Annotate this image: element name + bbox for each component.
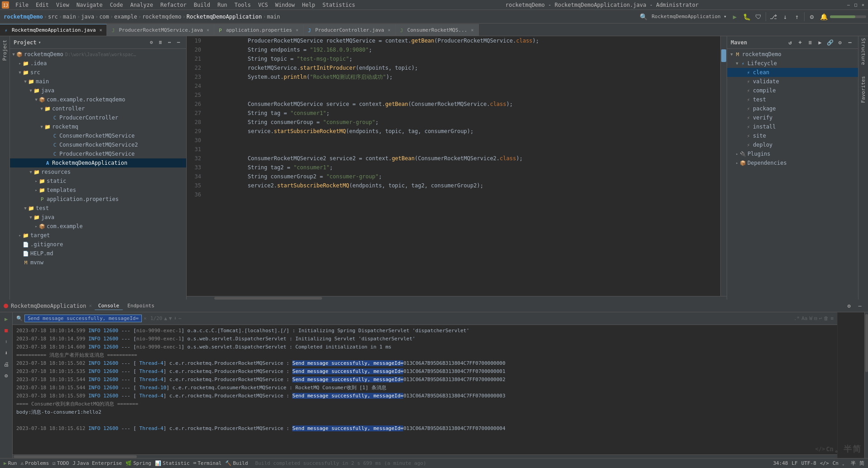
maven-item-plugins[interactable]: ▸ 🔌 Plugins xyxy=(727,149,858,158)
breadcrumb-rocketmqdemo-pkg[interactable]: rocketmqdemo xyxy=(142,14,182,20)
tree-item-app-class[interactable]: ▸ A RocketmqDemoApplication xyxy=(10,158,186,167)
tab-close-ctrl[interactable]: × xyxy=(388,28,391,33)
tab-close-producer[interactable]: × xyxy=(207,28,209,33)
maximize-button[interactable]: □ xyxy=(853,2,859,8)
console-regex-btn[interactable]: .* xyxy=(794,315,800,321)
tab-main-class[interactable]: ⚡ RocketmqDemoApplication.java × xyxy=(0,24,107,36)
menu-code[interactable]: Code xyxy=(106,0,127,10)
menu-vcs[interactable]: VCS xyxy=(255,0,272,10)
git-button[interactable]: ⎇ xyxy=(768,11,779,22)
run-button[interactable]: ▶ xyxy=(729,11,740,22)
editor-h-scroll[interactable] xyxy=(187,296,727,300)
maven-item-test[interactable]: ▸ ⚡ test xyxy=(727,95,858,104)
run-with-coverage-button[interactable]: 🛡 xyxy=(753,11,764,22)
tree-item-test[interactable]: ▼ 📁 test xyxy=(10,204,186,213)
tree-item-helpmd[interactable]: ▸ 📄 HELP.md xyxy=(10,249,186,258)
tab-close-main[interactable]: × xyxy=(99,28,102,33)
menu-navigate[interactable]: Navigate xyxy=(73,0,106,10)
tree-item-props[interactable]: ▸ P application.properties xyxy=(10,195,186,204)
console-filter-btn[interactable]: ⊟ xyxy=(814,315,817,321)
scroll-end-button[interactable]: ⬇ xyxy=(1,348,11,358)
tree-item-templates[interactable]: ▸ 📁 templates xyxy=(10,186,186,195)
run-panel-close[interactable]: × xyxy=(89,303,92,309)
settings-button[interactable]: ⚙ xyxy=(806,11,817,22)
vcs-update-button[interactable]: ↓ xyxy=(780,11,791,22)
maven-hide-button[interactable]: — xyxy=(845,38,854,47)
tree-item-resources[interactable]: ▼ 📁 resources xyxy=(10,167,186,177)
tree-item-main[interactable]: ▼ 📁 main xyxy=(10,77,186,86)
tab-producer-ctrl[interactable]: J ProducerController.java × xyxy=(304,24,395,36)
menu-build[interactable]: Build xyxy=(190,0,214,10)
rerun-button[interactable]: ▶ xyxy=(1,314,11,324)
tree-item-rocketmqdemo[interactable]: ▼ 📦 rocketmqDemo D:\work\JavaTeam\worksp… xyxy=(10,50,186,59)
notifications-button[interactable]: 🔔 xyxy=(818,11,829,22)
spring-button[interactable]: 🌿 Spring xyxy=(125,460,151,466)
maven-item-deploy[interactable]: ▸ ⚡ deploy xyxy=(727,140,858,149)
line-separator[interactable]: LF xyxy=(792,460,798,466)
menu-window[interactable]: Window xyxy=(271,0,298,10)
sync-button[interactable]: ⚙ xyxy=(147,38,155,47)
maven-run-button[interactable]: ▶ xyxy=(815,38,825,47)
run-config-dropdown[interactable]: RocketmqDemoApplication ▾ xyxy=(650,11,728,22)
tree-item-java-test[interactable]: ▼ 📁 java xyxy=(10,213,186,222)
code-editor[interactable]: ProducerRocketMQService rocketMQService … xyxy=(205,36,720,296)
maven-item-validate[interactable]: ▸ ⚡ validate xyxy=(727,77,858,86)
maven-item-lifecycle[interactable]: ▼ ⚡ Lifecycle xyxy=(727,59,858,68)
run-hide-button[interactable]: — xyxy=(855,301,864,310)
breadcrumb-java[interactable]: java xyxy=(81,14,94,20)
statistic-button[interactable]: 📊 Statistic xyxy=(155,460,190,466)
print-button[interactable]: 🖨 xyxy=(1,359,11,369)
tree-item-mvnw[interactable]: ▸ M mvnw xyxy=(10,258,186,267)
maven-item-install[interactable]: ▸ ⚡ install xyxy=(727,122,858,131)
sidebar-hide-button[interactable]: — xyxy=(174,38,183,47)
tree-item-target[interactable]: ▸ 📁 target xyxy=(10,231,186,240)
breadcrumb-src[interactable]: src xyxy=(48,14,58,20)
menu-refactor[interactable]: Refactor xyxy=(157,0,190,10)
run-tab-endpoints[interactable]: Endpoints xyxy=(124,302,158,310)
breadcrumb-example[interactable]: example xyxy=(114,14,137,20)
maven-item-clean[interactable]: ▸ ⚡ clean xyxy=(727,68,858,77)
close-button[interactable]: ✕ xyxy=(860,2,866,8)
editor-scrollbar[interactable] xyxy=(720,36,727,296)
terminal-button[interactable]: ⌨ Terminal xyxy=(193,460,222,466)
console-wrap-btn[interactable]: ↩ xyxy=(819,315,822,321)
resume-button[interactable]: ⬆ xyxy=(1,337,11,347)
console-more-btn[interactable]: ≡ xyxy=(830,315,834,321)
maven-item-dependencies[interactable]: ▸ 📦 Dependencies xyxy=(727,158,858,167)
nav-opts[interactable]: ⋯ xyxy=(178,315,182,321)
nav-up-btn[interactable]: ▲ xyxy=(164,315,167,321)
tree-item-rocketmq-pkg[interactable]: ▼ 📁 rocketmq xyxy=(10,122,186,131)
console-clear-btn[interactable]: 🗑 xyxy=(824,315,829,321)
sidebar-settings-button[interactable]: ⋯ xyxy=(165,38,174,47)
menu-tools[interactable]: Tools xyxy=(231,0,255,10)
tab-producer-service[interactable]: J ProducerRocketMQService.java × xyxy=(107,24,214,36)
console-search-input[interactable]: Send message successfully, messageId= xyxy=(24,315,142,322)
maven-item-site[interactable]: ▸ ⚡ site xyxy=(727,131,858,140)
console-search-clear[interactable]: × xyxy=(144,315,147,321)
java-enterprise-button[interactable]: J Java Enterprise xyxy=(72,460,122,466)
collapse-all-button[interactable]: ≡ xyxy=(156,38,164,47)
tree-item-com-example[interactable]: ▸ 📦 com.example xyxy=(10,222,186,231)
run-status-button[interactable]: ▶ Run xyxy=(4,460,17,466)
maven-item-verify[interactable]: ▸ ⚡ verify xyxy=(727,113,858,122)
tab-close-consumer[interactable]: × xyxy=(471,28,473,33)
run-tab-console[interactable]: Console xyxy=(95,302,123,310)
tree-item-src[interactable]: ▼ 📁 src xyxy=(10,68,186,77)
nav-down-btn[interactable]: ▼ xyxy=(169,315,172,321)
favorites-tool-button[interactable]: Favorites xyxy=(860,76,866,103)
menu-help[interactable]: Help xyxy=(299,0,319,10)
project-tool-button[interactable]: Project xyxy=(2,40,8,61)
maven-collapse-button[interactable]: ≡ xyxy=(805,38,815,47)
nav-filter-btn[interactable]: ⬇ xyxy=(174,315,177,321)
tree-item-consumer-svc[interactable]: ▸ C ConsumerRocketMQService xyxy=(10,131,186,140)
maven-link-button[interactable]: 🔗 xyxy=(825,38,834,47)
tree-item-idea[interactable]: ▸ 📁 .idea xyxy=(10,59,186,68)
menu-file[interactable]: File xyxy=(12,0,32,10)
tree-item-producer-ctrl[interactable]: ▸ C ProducerController xyxy=(10,113,186,122)
todo-button[interactable]: ☑ TODO xyxy=(53,460,69,466)
menu-run[interactable]: Run xyxy=(214,0,231,10)
tree-item-pkg[interactable]: ▼ 📦 com.example.rocketmqdemo xyxy=(10,95,186,104)
minimize-button[interactable]: — xyxy=(845,2,852,8)
tree-item-controller[interactable]: ▼ 📁 controller xyxy=(10,104,186,113)
console-output[interactable]: 2023-07-18 18:10:14.599 INFO 12600 --- [… xyxy=(13,325,837,454)
